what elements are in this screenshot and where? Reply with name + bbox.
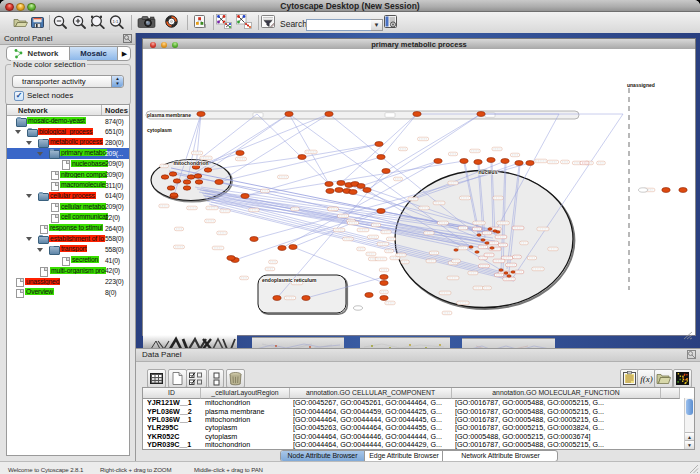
svg-text:f(x): f(x) [640, 374, 653, 384]
svg-text:unassigned: unassigned [627, 82, 655, 88]
svg-text:mitochondrion: mitochondrion [174, 160, 209, 166]
svg-text:nucleus: nucleus [479, 169, 498, 175]
svg-text:cytoplasm: cytoplasm [147, 127, 172, 133]
svg-text:1:1: 1:1 [113, 19, 120, 24]
svg-text:endoplasmic reticulum: endoplasmic reticulum [262, 277, 317, 283]
svg-text:plasma membrane: plasma membrane [147, 112, 191, 118]
